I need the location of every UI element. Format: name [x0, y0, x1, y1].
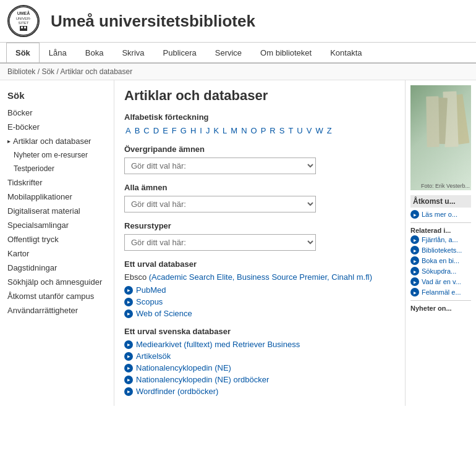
sidebar-item-artiklar[interactable]: ▸ Artiklar och databaser	[0, 134, 114, 148]
alpha-letter-Z[interactable]: Z	[326, 125, 333, 136]
nav-item-sok[interactable]: Sök	[6, 43, 40, 62]
alla-heading: Alla ämnen	[124, 183, 395, 192]
resurstyper-dropdown[interactable]: Gör ditt val här:	[124, 234, 316, 251]
alpha-letter-G[interactable]: G	[179, 125, 188, 136]
nav-item-publicera[interactable]: Publicera	[154, 43, 206, 62]
svg-rect-6	[24, 27, 26, 28]
nav-item-service[interactable]: Service	[206, 43, 251, 62]
alpha-letter-V[interactable]: V	[305, 125, 313, 136]
alpha-letter-E[interactable]: E	[161, 125, 169, 136]
db-pubmed-icon	[124, 286, 133, 295]
atkomst-link-anchor[interactable]: Läs mer o...	[422, 211, 457, 218]
sidebar-item-bocker[interactable]: Böcker	[0, 106, 114, 120]
sidebar-item-testperioder[interactable]: Testperioder	[0, 162, 114, 175]
logo-area: UMEÅ UNIVER- SITET Umeå universitetsbibl…	[7, 5, 255, 37]
alpha-letter-I[interactable]: I	[198, 125, 203, 136]
atkomst-link: Läs mer o...	[410, 210, 471, 219]
db-mediearkivet-link: Mediearkivet (fulltext) med Retriever Bu…	[124, 340, 395, 349]
sidebar-item-ebocker[interactable]: E-böcker	[0, 120, 114, 134]
urval-intro-link[interactable]: (Academic Search Elite, Business Source …	[149, 272, 372, 282]
relaterad-anchor-4[interactable]: Vad är en v...	[422, 278, 461, 285]
nyheter-title: Nyheter on...	[410, 305, 471, 312]
db-ne-anchor[interactable]: Nationalencyklopedin (NE)	[136, 363, 231, 372]
nav-item-kontakt[interactable]: Kontakta	[321, 43, 371, 62]
nav-item-om[interactable]: Om biblioteket	[251, 43, 321, 62]
right-divider	[410, 222, 471, 223]
relaterad-anchor-3[interactable]: Sökupdra...	[422, 267, 456, 275]
alpha-letter-O[interactable]: O	[250, 125, 258, 136]
sidebar-item-nyheter[interactable]: Nyheter om e-resurser	[0, 148, 114, 162]
content-area: Sök Böcker E-böcker ▸ Artiklar och datab…	[0, 80, 476, 406]
sidebar-item-offentligt[interactable]: Offentligt tryck	[0, 232, 114, 246]
db-artikelsok-icon	[124, 352, 133, 361]
db-scopus-link: Scopus	[124, 297, 395, 306]
breadcrumb-bibliotek[interactable]: Bibliotek	[7, 67, 35, 76]
urval-intro-text: Ebsco	[124, 272, 149, 282]
alpha-letter-P[interactable]: P	[260, 125, 268, 136]
db-artikelsok-link: Artikelsök	[124, 351, 395, 361]
nav-item-boka[interactable]: Boka	[76, 43, 113, 62]
alpha-letter-C[interactable]: C	[142, 125, 150, 136]
alpha-letter-T[interactable]: T	[287, 125, 294, 136]
svg-text:UNIVER-: UNIVER-	[16, 17, 32, 20]
alpha-letter-U[interactable]: U	[295, 125, 304, 136]
photo-caption: Foto: Erik Vesterb...	[420, 182, 471, 190]
db-ne-ordb-anchor[interactable]: Nationalencyklopedin (NE) ordböcker	[136, 375, 269, 384]
sidebar-item-tidskrifter[interactable]: Tidskrifter	[0, 175, 114, 190]
db-wordfinder-icon	[124, 387, 133, 396]
db-wordfinder-link: Wordfinder (ordböcker)	[124, 387, 395, 396]
sidebar-item-kartor[interactable]: Kartor	[0, 246, 114, 261]
alpha-letter-B[interactable]: B	[134, 125, 142, 136]
alpha-letter-R[interactable]: R	[268, 125, 276, 136]
alla-dropdown[interactable]: Gör ditt val här:	[124, 196, 316, 212]
alpha-letter-J[interactable]: J	[205, 125, 211, 136]
svenska-heading: Ett urval svenska databaser	[124, 327, 395, 336]
db-ne-ordb-icon	[124, 376, 133, 384]
relaterad-link-3: Sökupdra...	[410, 267, 471, 275]
sidebar-item-dagstidningar[interactable]: Dagstidningar	[0, 261, 114, 275]
relaterad-anchor-1[interactable]: Bibliotekets...	[422, 246, 462, 254]
sidebar-item-anvandrar[interactable]: Användarrättigheter	[0, 303, 114, 317]
alpha-letter-F[interactable]: F	[171, 125, 178, 136]
relaterad-anchor-5[interactable]: Felanmäl e...	[422, 288, 461, 296]
sidebar-item-digitaliserat[interactable]: Digitaliserat material	[0, 204, 114, 218]
db-wordfinder-anchor[interactable]: Wordfinder (ordböcker)	[136, 387, 218, 396]
db-scopus-anchor[interactable]: Scopus	[136, 297, 163, 306]
relaterad-icon-1	[410, 246, 419, 254]
db-wos-anchor[interactable]: Web of Science	[136, 309, 192, 318]
sidebar-item-sokhjälp[interactable]: Sökhjälp och ämnesguider	[0, 275, 114, 289]
db-pubmed-anchor[interactable]: PubMed	[136, 285, 166, 295]
relaterad-link-5: Felanmäl e...	[410, 288, 471, 296]
alpha-letter-H[interactable]: H	[189, 125, 197, 136]
relaterad-icon-2	[410, 256, 419, 265]
alpha-letter-A[interactable]: A	[124, 125, 132, 136]
sidebar-item-atkomst[interactable]: Åtkomst utanför campus	[0, 289, 114, 303]
overgripande-dropdown[interactable]: Gör ditt val här:	[124, 158, 316, 174]
breadcrumb-current: Artiklar och databaser	[60, 67, 132, 76]
alpha-letter-W[interactable]: W	[314, 125, 324, 136]
db-artikelsok-anchor[interactable]: Artikelsök	[136, 351, 171, 361]
alpha-letter-L[interactable]: L	[221, 125, 228, 136]
urval-heading: Ett urval databaser	[124, 259, 395, 269]
alla-dropdown-wrapper: Gör ditt val här:	[124, 196, 395, 212]
main-nav: Sök Låna Boka Skriva Publicera Service O…	[0, 43, 476, 64]
alpha-letter-D[interactable]: D	[152, 125, 160, 136]
nav-item-lana[interactable]: Låna	[40, 43, 76, 62]
alpha-letter-S[interactable]: S	[278, 125, 286, 136]
breadcrumb: Bibliotek / Sök / Artiklar och databaser	[0, 64, 476, 80]
sidebar-item-special[interactable]: Specialsamlingar	[0, 218, 114, 232]
breadcrumb-sok[interactable]: Sök	[41, 67, 54, 76]
relaterad-anchor-2[interactable]: Boka en bi...	[422, 257, 459, 264]
db-mediearkivet-anchor[interactable]: Mediearkivet (fulltext) med Retriever Bu…	[136, 340, 300, 349]
db-ne-icon	[124, 364, 133, 372]
db-mediearkivet-icon	[124, 340, 133, 349]
relaterad-icon-0	[410, 235, 419, 244]
alpha-letter-M[interactable]: M	[229, 125, 239, 136]
relaterad-anchor-0[interactable]: Fjärrlån, a...	[422, 236, 458, 243]
alpha-letter-K[interactable]: K	[212, 125, 220, 136]
arrow-icon: ▸	[7, 138, 11, 145]
nav-item-skriva[interactable]: Skriva	[113, 43, 153, 62]
sidebar-item-mobilapp[interactable]: Mobilapplikationer	[0, 190, 114, 204]
alpha-letter-N[interactable]: N	[240, 125, 248, 136]
page-title: Artiklar och databaser	[124, 88, 395, 104]
